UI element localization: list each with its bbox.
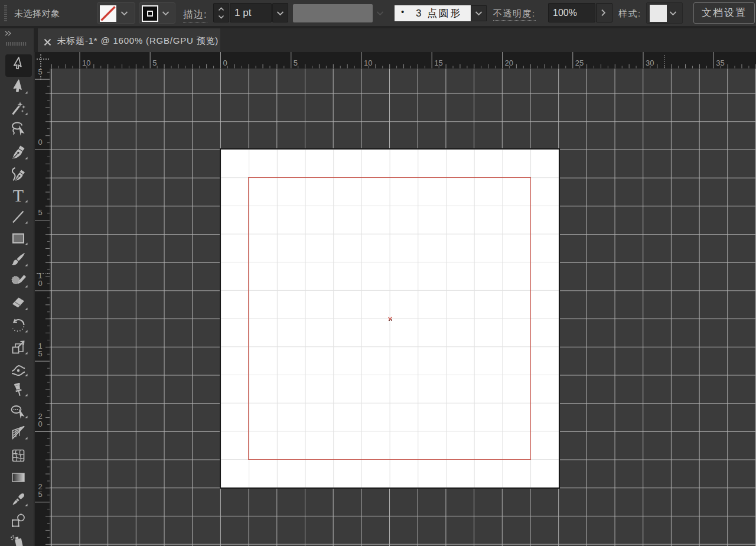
svg-text:5: 5 xyxy=(38,208,42,217)
svg-text:25: 25 xyxy=(575,58,584,67)
svg-text:5: 5 xyxy=(152,58,157,67)
svg-text:0: 0 xyxy=(38,420,42,428)
svg-text:10: 10 xyxy=(82,58,90,67)
svg-text:5: 5 xyxy=(38,490,42,499)
svg-text:35: 35 xyxy=(716,58,724,67)
svg-text:T: T xyxy=(13,187,24,204)
svg-text:0: 0 xyxy=(38,138,42,147)
svg-text:0: 0 xyxy=(38,278,42,287)
svg-text:5: 5 xyxy=(294,58,298,67)
svg-text:15: 15 xyxy=(434,58,442,67)
svg-text:10: 10 xyxy=(364,58,372,67)
svg-text:30: 30 xyxy=(646,58,654,67)
svg-text:0: 0 xyxy=(223,58,227,67)
svg-text:5: 5 xyxy=(38,69,42,76)
svg-text:5: 5 xyxy=(38,349,42,358)
svg-text:20: 20 xyxy=(505,58,513,67)
